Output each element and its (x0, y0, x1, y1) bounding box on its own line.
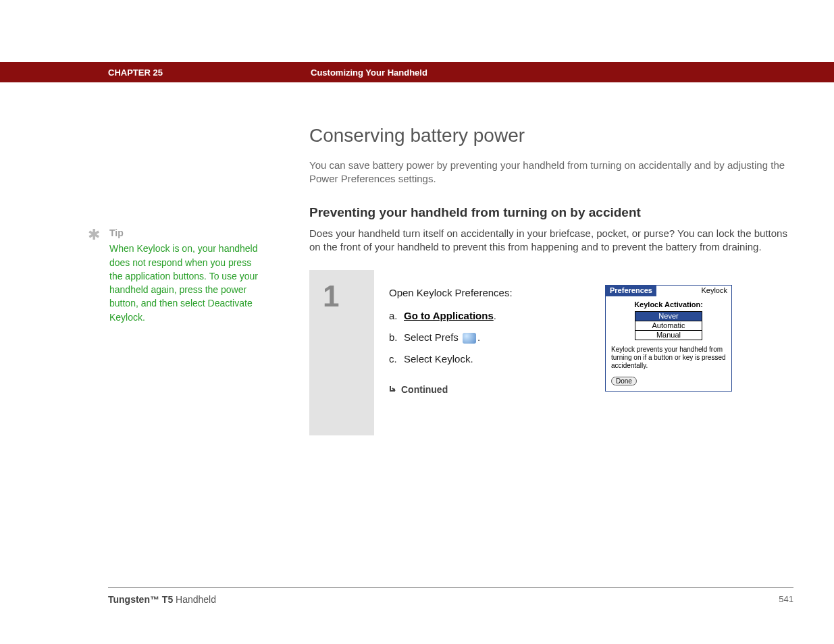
palm-option-manual[interactable]: Manual (635, 331, 702, 340)
section-paragraph: Does your handheld turn itself on accide… (309, 227, 796, 254)
prefs-icon (463, 333, 476, 344)
chapter-header: CHAPTER 25 Customizing Your Handheld (0, 62, 834, 82)
palm-description: Keylock prevents your handheld from turn… (611, 346, 726, 370)
palm-content: Keylock Activation: Never Automatic Manu… (606, 296, 731, 391)
continued-arrow-icon (389, 382, 397, 397)
footer: Tungsten™ T5 Handheld 541 (108, 594, 793, 605)
step-a-letter: a. (389, 308, 404, 324)
step-b-letter: b. (389, 329, 404, 346)
page-title: Conserving battery power (309, 125, 796, 146)
step-b-before: Select Prefs (404, 331, 461, 343)
chapter-title: Customizing Your Handheld (311, 68, 427, 78)
chapter-label: CHAPTER 25 (108, 68, 163, 78)
page-number: 541 (779, 594, 793, 605)
step-lead: Open Keylock Preferences: (389, 285, 565, 301)
tip-label: Tip (109, 226, 263, 240)
step-a: a. Go to Applications. (389, 308, 565, 324)
footer-rule (108, 587, 793, 588)
section-heading: Preventing your handheld from turning on… (309, 205, 796, 220)
product-name-rest: Handheld (173, 594, 216, 605)
continued-text: Continued (401, 382, 448, 397)
product-name-bold: Tungsten™ T5 (108, 594, 173, 605)
palm-option-automatic[interactable]: Automatic (635, 321, 702, 331)
tip-body: When Keylock is on, your handheld does n… (109, 242, 263, 324)
step-instructions: Open Keylock Preferences: a. Go to Appli… (389, 285, 565, 417)
palm-titlebar: Preferences Keylock (606, 286, 731, 296)
main-content: Conserving battery power You can save ba… (309, 125, 796, 435)
palm-screenshot: Preferences Keylock Keylock Activation: … (605, 285, 732, 392)
step-body: Open Keylock Preferences: a. Go to Appli… (373, 270, 785, 435)
step-box: 1 Open Keylock Preferences: a. Go to App… (309, 270, 785, 435)
step-c-letter: c. (389, 351, 404, 367)
asterisk-icon: ✱ (88, 224, 100, 246)
step-c: c. Select Keylock. (389, 351, 565, 367)
palm-title-left: Preferences (606, 286, 656, 296)
palm-done-button[interactable]: Done (611, 377, 637, 385)
step-number: 1 (309, 270, 373, 435)
tip-block: ✱ Tip When Keylock is on, your handheld … (88, 226, 263, 324)
step-c-text: Select Keylock. (404, 351, 473, 367)
step-b: b. Select Prefs . (389, 329, 565, 346)
step-b-after: . (477, 331, 480, 343)
continued-label: Continued (389, 382, 565, 397)
step-a-period: . (494, 310, 496, 321)
intro-paragraph: You can save battery power by preventing… (309, 159, 796, 186)
palm-options: Never Automatic Manual (635, 311, 702, 340)
palm-heading: Keylock Activation: (611, 300, 726, 308)
palm-option-never[interactable]: Never (635, 312, 702, 321)
palm-title-right: Keylock (697, 286, 731, 296)
go-to-applications-link[interactable]: Go to Applications (404, 310, 494, 321)
